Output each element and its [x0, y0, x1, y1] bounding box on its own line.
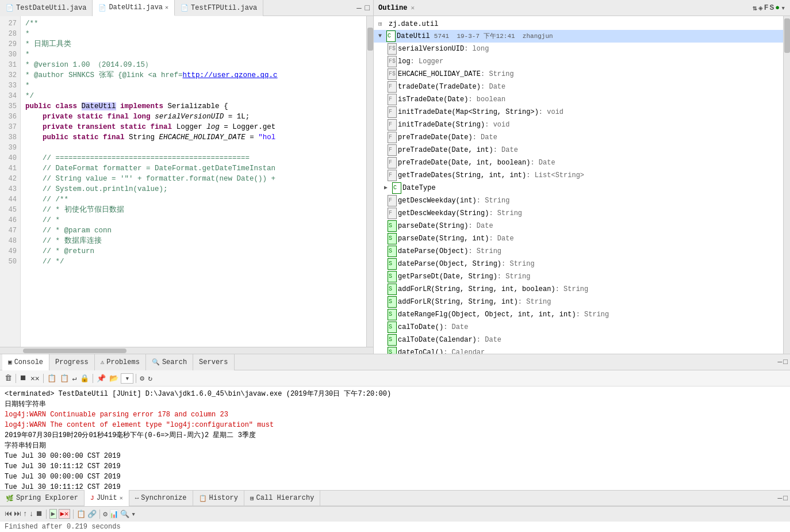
console-tab-search[interactable]: 🔍 Search	[146, 354, 193, 370]
junit-link-button[interactable]: 🔗	[87, 510, 97, 519]
tree-item-member[interactable]: S dateRangeFlg(Object, Object, int, int,…	[374, 308, 783, 321]
btab-call-hierarchy[interactable]: ⊞ Call Hierarchy	[244, 490, 320, 506]
tree-item-member[interactable]: F getDescWeekday(int) : String	[374, 194, 783, 207]
tree-item-member[interactable]: S parseDate(String, int) : Date	[374, 232, 783, 245]
refresh-button[interactable]: ↻	[147, 373, 154, 384]
junit-settings-button[interactable]: ⚙	[103, 510, 108, 519]
tree-item-member[interactable]: F preTradeDate(Date, int, boolean) : Dat…	[374, 156, 783, 169]
tree-item-member[interactable]: F$ EHCACHE_HOLIDAY_DATE : String	[374, 68, 783, 81]
outline-static-button[interactable]: S	[770, 3, 774, 12]
tree-item-class[interactable]: ▼ C DateUtil 5741 19-3-7 下午12:41 zhangju…	[374, 30, 783, 43]
tree-item-member[interactable]: F initTradeDate(String) : void	[374, 118, 783, 131]
tree-item-datetype[interactable]: ▶ C DateType	[374, 182, 783, 194]
junit-stop-button[interactable]: ⏹	[36, 510, 43, 518]
junit-dropdown-button[interactable]: ▾	[131, 510, 136, 519]
tree-item-member[interactable]: F preTradeDate(Date) : Date	[374, 131, 783, 144]
editor-hscrollbar[interactable]	[0, 347, 373, 354]
console-line: Tue Jul 30 10:11:12 CST 2019	[5, 461, 785, 472]
open-file-button[interactable]: 📂	[108, 373, 120, 384]
tree-item-member[interactable]: F tradeDate(TradeDate) : Date	[374, 81, 783, 93]
junit-rerun-button[interactable]: ▶	[49, 509, 57, 519]
scroll-lock-button[interactable]: 🔒	[79, 373, 90, 384]
outline-tree[interactable]: ⊞ zj.date.util ▼ C DateUtil 5741 19-3-7 …	[374, 16, 783, 354]
tree-item-member[interactable]: S dateToCal() : Calendar	[374, 346, 783, 354]
paste-button[interactable]: 📋	[59, 373, 70, 384]
outline-scrollbar[interactable]	[783, 16, 790, 354]
tab-close-button[interactable]: ✕	[165, 4, 168, 11]
console-tab-servers[interactable]: Servers	[193, 354, 234, 370]
outline-close-icon[interactable]: ✕	[411, 4, 415, 12]
junit-down-button[interactable]: ↓	[29, 510, 34, 518]
console-output[interactable]: <terminated> TestDateUtil [JUnit] D:\Jav…	[0, 386, 790, 490]
btab-spring-explorer[interactable]: 🌿 Spring Explorer	[0, 490, 85, 506]
console-tab-console[interactable]: ▣ Console	[2, 354, 49, 370]
minimize-editor-button[interactable]: —	[355, 2, 362, 14]
tree-item-member[interactable]: S calToDate(Calendar) : Date	[374, 334, 783, 346]
editor-scrollbar[interactable]	[366, 16, 373, 347]
console-tab-label: Servers	[199, 358, 228, 366]
member-name: dateParse(Object)	[398, 246, 468, 257]
tree-item-member[interactable]: S parseDate(String) : Date	[374, 220, 783, 232]
tree-item-member[interactable]: F getTradeDates(String, int, int) : List…	[374, 169, 783, 182]
btab-close-icon[interactable]: ✕	[120, 495, 123, 502]
code-line: private transient static final Logger lo…	[25, 122, 362, 132]
tree-item-member[interactable]: S addForLR(String, String, int, boolean)…	[374, 283, 783, 296]
stop-button[interactable]: ⏹	[18, 373, 28, 383]
settings-button[interactable]: ⚙	[139, 373, 145, 384]
tree-item-member[interactable]: F isTradeDate(Date) : boolean	[374, 93, 783, 106]
remove-all-button[interactable]: ✕✕	[29, 373, 41, 384]
wrap-button[interactable]: ↵	[71, 373, 78, 384]
class-name: DateUtil 5741 19-3-7 下午12:41 zhangjun	[397, 31, 553, 41]
member-name: getTradeDates(String, int, int)	[398, 170, 526, 181]
member-name: preTradeDate(Date, int, boolean)	[398, 158, 530, 168]
expand-arrow[interactable]: ▶	[384, 183, 392, 193]
btabs-maximize-button[interactable]: □	[783, 494, 788, 503]
btab-junit[interactable]: J JUnit ✕	[85, 490, 129, 506]
tab-testftputil[interactable]: 📄 TestFTPUtil.java	[175, 0, 263, 16]
tree-item-member[interactable]: S getParseDt(Date, String) : String	[374, 270, 783, 283]
tree-item-package[interactable]: ⊞ zj.date.util	[374, 18, 783, 30]
console-maximize-button[interactable]: □	[783, 358, 788, 366]
tree-item-member[interactable]: S calToDate() : Date	[374, 321, 783, 334]
outline-fields-button[interactable]: F	[764, 3, 769, 12]
console-minimize-button[interactable]: —	[777, 358, 782, 366]
btab-synchronize[interactable]: ↔ Synchronize	[129, 490, 193, 506]
tab-dateutil[interactable]: 📄 DateUtil.java ✕	[93, 0, 175, 16]
code-line: // *	[25, 215, 362, 225]
tree-item-member[interactable]: F getDescWeekday(String) : String	[374, 207, 783, 220]
btabs-minimize-button[interactable]: —	[777, 494, 782, 503]
junit-up-button[interactable]: ↑	[23, 510, 28, 518]
tree-item-member[interactable]: S addForLR(String, String, int) : String	[374, 296, 783, 308]
junit-search-button[interactable]: 🔍	[120, 510, 129, 519]
btab-history[interactable]: 📋 History	[193, 490, 244, 506]
outline-header: Outline ✕ ⇅ ◈ F S ● ▾	[374, 0, 790, 16]
pin-button[interactable]: 📌	[95, 373, 107, 384]
junit-history-button[interactable]: 📋	[76, 510, 86, 519]
member-type: : Date	[481, 82, 505, 92]
java-file-icon: 📄	[6, 4, 14, 12]
tab-testdateutil[interactable]: 📄 TestDateUtil.java	[0, 0, 93, 16]
tree-item-member[interactable]: F$ serialVersionUID : long	[374, 43, 783, 55]
console-tab-problems[interactable]: ⚠ Problems	[95, 354, 146, 370]
outline-filter-button[interactable]: ◈	[758, 3, 763, 13]
junit-coverage-button[interactable]: 📊	[109, 510, 118, 519]
copy-button[interactable]: 📋	[46, 373, 57, 384]
console-tab-progress[interactable]: Progress	[49, 354, 95, 370]
maximize-editor-button[interactable]: □	[364, 2, 371, 14]
tree-expand-arrow[interactable]: ▼	[378, 31, 386, 41]
junit-rerun-failed-button[interactable]: ▶✕	[59, 509, 70, 519]
junit-next-failure-button[interactable]: ⏭	[14, 510, 21, 518]
tree-item-member[interactable]: F$ log : Logger	[374, 55, 783, 68]
clear-console-button[interactable]: 🗑	[3, 373, 13, 383]
tree-item-member[interactable]: S dateParse(Object) : String	[374, 245, 783, 258]
outline-sort-button[interactable]: ⇅	[753, 3, 757, 13]
tree-item-member[interactable]: F initTradeDate(Map<String, String>) : v…	[374, 106, 783, 118]
code-area[interactable]: /** * * 日期工具类 * * @version 1.00 （2014.09…	[21, 16, 366, 347]
toolbar-separator	[73, 510, 74, 519]
outline-more-button[interactable]: ▾	[781, 3, 785, 13]
junit-prev-failure-button[interactable]: ⏮	[5, 510, 12, 518]
tree-item-member[interactable]: F preTradeDate(Date, int) : Date	[374, 144, 783, 156]
console-dropdown[interactable]: ▾	[121, 373, 133, 384]
tree-item-member[interactable]: S dateParse(Object, String) : String	[374, 258, 783, 270]
member-name: parseDate(String)	[398, 221, 468, 231]
